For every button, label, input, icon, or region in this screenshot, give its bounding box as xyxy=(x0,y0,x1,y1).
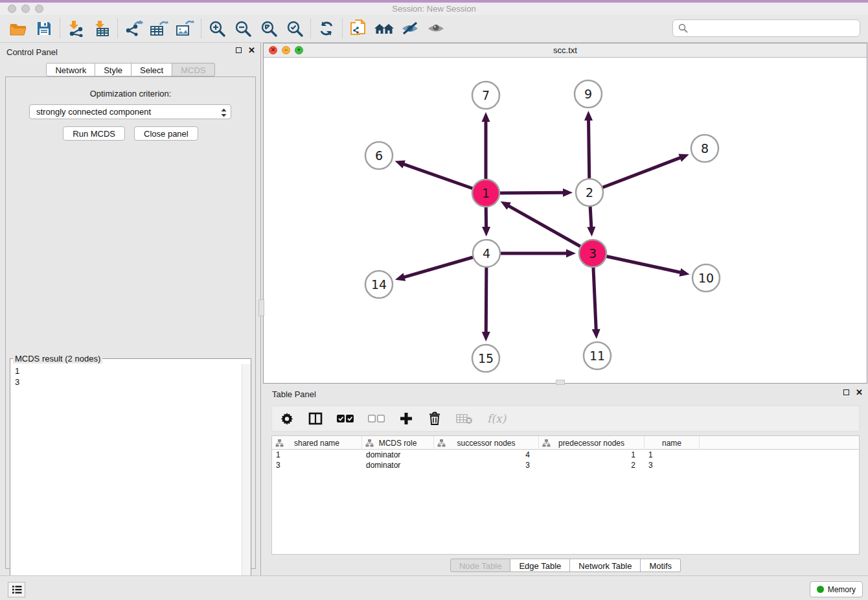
toolbar-separator xyxy=(342,19,343,38)
duplicate-network-icon[interactable] xyxy=(345,17,371,40)
table-toolbar: f(x) xyxy=(271,406,860,432)
table-panel-header: Table Panel ✕ xyxy=(263,385,868,402)
network-graph-svg[interactable]: 7968124314101511 xyxy=(264,58,867,383)
close-panel-icon[interactable]: ✕ xyxy=(248,47,255,54)
frame-minimize-button[interactable]: − xyxy=(282,46,290,54)
edge-arrowhead xyxy=(395,273,405,281)
column-header-name[interactable]: name xyxy=(645,436,700,450)
graph-node-label: 9 xyxy=(584,87,592,101)
show-hidden-icon[interactable] xyxy=(423,17,449,40)
frame-close-button[interactable]: ✕ xyxy=(269,46,277,54)
table-cell[interactable]: 2 xyxy=(539,460,645,470)
memory-label: Memory xyxy=(828,585,856,594)
table-tab-motifs[interactable]: Motifs xyxy=(641,559,681,572)
hierarchy-icon xyxy=(437,439,446,447)
graph-node-label: 14 xyxy=(371,277,387,292)
task-history-button[interactable] xyxy=(8,582,25,597)
table-cell[interactable]: 3 xyxy=(272,460,362,470)
refresh-icon[interactable] xyxy=(314,17,339,40)
table-row[interactable]: 3dominator323 xyxy=(272,460,859,470)
table-cell[interactable]: 1 xyxy=(539,450,645,460)
frame-maximize-button[interactable]: + xyxy=(295,46,303,54)
add-column-icon[interactable] xyxy=(399,411,413,426)
table-cell[interactable]: 4 xyxy=(434,450,539,460)
column-header-shared-name[interactable]: shared name xyxy=(272,436,362,450)
table-cell[interactable]: 3 xyxy=(645,460,700,470)
graph-node-label: 10 xyxy=(698,271,714,285)
search-input[interactable] xyxy=(692,23,854,33)
open-session-icon[interactable] xyxy=(5,17,31,40)
toggle-pane-icon[interactable] xyxy=(308,411,323,426)
mcds-result-list[interactable]: 13 xyxy=(10,364,242,600)
delete-column-icon[interactable] xyxy=(428,411,442,426)
application-window: Session: New Session xyxy=(0,0,868,600)
table-cell[interactable]: 3 xyxy=(434,460,539,470)
mcds-panel: Optimization criterion: strongly connect… xyxy=(5,76,256,569)
float-panel-icon[interactable] xyxy=(236,47,242,53)
node-table: shared nameMCDS rolesuccessor nodesprede… xyxy=(271,435,860,555)
first-neighbors-icon[interactable] xyxy=(371,17,397,40)
horizontal-splitter-handle[interactable] xyxy=(556,380,565,385)
table-tab-edge-table[interactable]: Edge Table xyxy=(510,559,570,572)
deselect-all-checkboxes-icon[interactable] xyxy=(368,411,385,426)
edge-3-1[interactable] xyxy=(508,205,593,253)
edge-arrowhead xyxy=(395,160,405,168)
table-tab-network-table[interactable]: Network Table xyxy=(570,559,641,572)
hide-selected-icon[interactable] xyxy=(397,17,423,40)
edge-arrowhead xyxy=(680,268,690,277)
search-field[interactable] xyxy=(672,19,860,37)
save-session-icon[interactable] xyxy=(31,17,57,40)
control-panel-title: Control Panel xyxy=(6,47,58,57)
close-panel-button[interactable]: Close panel xyxy=(134,126,198,141)
close-table-panel-icon[interactable]: ✕ xyxy=(856,389,863,396)
export-table-icon[interactable] xyxy=(146,17,172,40)
table-panel-tabs: Node TableEdge TableNetwork TableMotifs xyxy=(263,559,868,572)
table-settings-icon[interactable] xyxy=(280,411,294,426)
run-mcds-button[interactable]: Run MCDS xyxy=(63,126,125,141)
vertical-splitter-handle[interactable] xyxy=(258,299,264,316)
criterion-select[interactable]: strongly connected component xyxy=(29,104,231,119)
float-table-panel-icon[interactable] xyxy=(843,389,849,395)
window-title: Session: New Session xyxy=(0,3,868,15)
column-header-predecessor-nodes[interactable]: predecessor nodes xyxy=(539,436,645,450)
function-builder-icon[interactable]: f(x) xyxy=(487,411,506,426)
zoom-fit-icon[interactable] xyxy=(256,17,282,40)
edge-arrowhead xyxy=(587,227,595,237)
result-scrollbar[interactable] xyxy=(242,364,251,600)
control-tab-network[interactable]: Network xyxy=(46,63,95,76)
graph-node-label: 15 xyxy=(478,351,494,365)
select-stepper-icon xyxy=(220,108,227,118)
window-minimize-button[interactable] xyxy=(21,5,30,13)
graph-node-label: 11 xyxy=(589,349,605,363)
table-row[interactable]: 1dominator411 xyxy=(272,450,859,460)
criterion-selected-value: strongly connected component xyxy=(36,107,151,117)
table-tab-node-table[interactable]: Node Table xyxy=(450,559,511,572)
optimization-criterion-label: Optimization criterion: xyxy=(6,89,255,98)
export-image-icon[interactable] xyxy=(172,17,198,40)
hierarchy-icon xyxy=(275,439,284,447)
window-close-button[interactable] xyxy=(8,5,16,13)
zoom-in-icon[interactable] xyxy=(204,17,230,40)
column-header-MCDS-role[interactable]: MCDS role xyxy=(362,436,434,450)
import-network-icon[interactable] xyxy=(63,17,89,40)
control-tab-style[interactable]: Style xyxy=(95,63,131,76)
export-network-icon[interactable] xyxy=(120,17,146,40)
memory-button[interactable]: Memory xyxy=(810,581,863,597)
control-tab-mcds[interactable]: MCDS xyxy=(172,63,214,76)
list-icon xyxy=(12,585,22,594)
table-cell[interactable]: dominator xyxy=(362,450,434,460)
column-header-successor-nodes[interactable]: successor nodes xyxy=(434,436,539,450)
zoom-out-icon[interactable] xyxy=(230,17,256,40)
delete-table-icon[interactable] xyxy=(456,411,473,426)
network-canvas[interactable]: 7968124314101511 xyxy=(264,58,867,383)
window-zoom-button[interactable] xyxy=(35,5,43,13)
control-tab-select[interactable]: Select xyxy=(131,63,172,76)
import-table-icon[interactable] xyxy=(89,17,115,40)
table-cell[interactable]: dominator xyxy=(362,460,434,470)
edge-arrowhead xyxy=(584,111,593,121)
select-all-checkboxes-icon[interactable] xyxy=(337,411,354,426)
zoom-selected-icon[interactable] xyxy=(282,17,308,40)
table-cell[interactable]: 1 xyxy=(272,450,362,460)
table-cell[interactable]: 1 xyxy=(645,450,700,460)
edge-2-8[interactable] xyxy=(589,157,681,192)
